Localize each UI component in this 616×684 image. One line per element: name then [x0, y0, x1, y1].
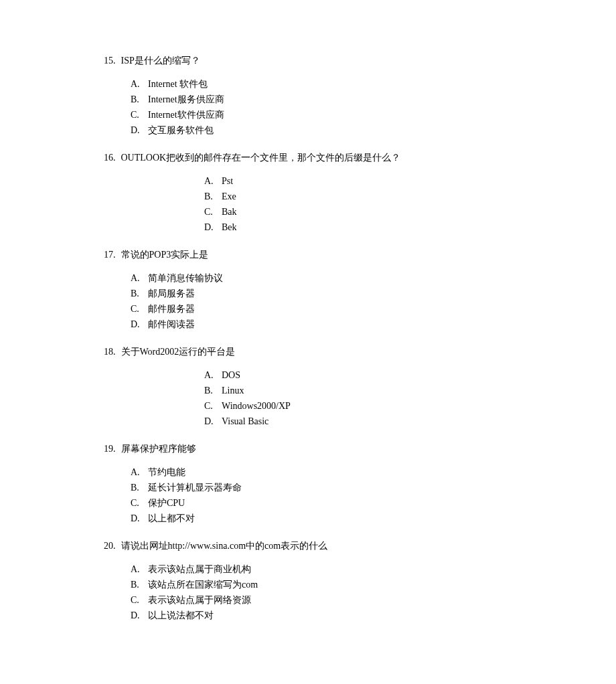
option-label: B.: [131, 286, 148, 301]
option-row: D.交互服务软件包: [131, 123, 512, 137]
option-row: D.邮件阅读器: [131, 317, 512, 331]
option-row: B.Internet服务供应商: [131, 92, 512, 106]
question-number: 15.: [104, 56, 116, 66]
option-text: 简单消息传输协议: [148, 271, 512, 285]
option-text: 表示该站点属于商业机构: [148, 562, 512, 576]
question-text: 16.OUTLOOK把收到的邮件存在一个文件里，那个文件的后缀是什么？: [104, 151, 512, 165]
option-text: Internet 软件包: [148, 77, 512, 91]
option-label: D.: [204, 220, 222, 234]
options-list: A.DOSB.LinuxC.Windows2000/XPD.Visual Bas…: [104, 368, 512, 428]
option-text: 以上都不对: [148, 511, 512, 525]
option-label: B.: [204, 383, 222, 398]
question-number: 16.: [104, 153, 116, 163]
option-row: D.以上都不对: [131, 511, 512, 525]
question-text: 20.请说出网址http://www.sina.com中的com表示的什么: [104, 539, 512, 553]
question-number: 19.: [104, 444, 116, 454]
question-body: 屏幕保护程序能够: [121, 444, 196, 454]
question-text: 19.屏幕保护程序能够: [104, 442, 512, 456]
questions-container: 15.ISP是什么的缩写？A.Internet 软件包B.Internet服务供…: [104, 54, 512, 622]
question-text: 18.关于Word2002运行的平台是: [104, 345, 512, 359]
options-list: A.简单消息传输协议B.邮局服务器C.邮件服务器D.邮件阅读器: [104, 271, 512, 331]
option-label: A.: [204, 174, 222, 188]
option-text: Bek: [222, 220, 512, 234]
option-text: Pst: [222, 174, 512, 188]
option-text: 邮局服务器: [148, 286, 512, 301]
question-text: 15.ISP是什么的缩写？: [104, 54, 512, 68]
question-body: 请说出网址http://www.sina.com中的com表示的什么: [121, 541, 328, 551]
option-text: 该站点所在国家缩写为com: [148, 578, 512, 592]
option-label: C.: [131, 496, 148, 510]
question: 19.屏幕保护程序能够A.节约电能B.延长计算机显示器寿命C.保护CPUD.以上…: [104, 442, 512, 525]
option-row: C.保护CPU: [131, 496, 512, 510]
option-row: A.Internet 软件包: [131, 77, 512, 91]
option-label: B.: [131, 92, 148, 106]
option-row: C.Windows2000/XP: [204, 399, 512, 413]
option-label: C.: [131, 108, 148, 122]
option-row: C.表示该站点属于网络资源: [131, 593, 512, 607]
options-list: A.PstB.ExeC.BakD.Bek: [104, 174, 512, 234]
option-text: 保护CPU: [148, 496, 512, 510]
option-row: C.Bak: [204, 205, 512, 219]
option-text: Internet服务供应商: [148, 92, 512, 106]
option-text: Internet软件供应商: [148, 108, 512, 122]
option-row: B.延长计算机显示器寿命: [131, 481, 512, 495]
option-label: D.: [131, 123, 148, 137]
options-list: A.节约电能B.延长计算机显示器寿命C.保护CPUD.以上都不对: [104, 465, 512, 525]
option-label: A.: [204, 368, 222, 382]
option-text: DOS: [222, 368, 512, 382]
option-text: 节约电能: [148, 465, 512, 479]
option-label: B.: [131, 481, 148, 495]
option-label: C.: [131, 302, 148, 316]
option-label: C.: [204, 399, 222, 413]
option-label: A.: [131, 562, 148, 576]
option-text: Linux: [222, 383, 512, 398]
option-text: 以上说法都不对: [148, 608, 512, 622]
option-row: B.该站点所在国家缩写为com: [131, 578, 512, 592]
option-row: A.简单消息传输协议: [131, 271, 512, 285]
option-row: D.Visual Basic: [204, 414, 512, 428]
option-text: Windows2000/XP: [222, 399, 512, 413]
option-label: D.: [131, 511, 148, 525]
option-row: A.Pst: [204, 174, 512, 188]
options-list: A.表示该站点属于商业机构B.该站点所在国家缩写为comC.表示该站点属于网络资…: [104, 562, 512, 622]
question: 17.常说的POP3实际上是A.简单消息传输协议B.邮局服务器C.邮件服务器D.…: [104, 248, 512, 331]
option-label: D.: [131, 317, 148, 331]
option-row: D.以上说法都不对: [131, 608, 512, 622]
question-number: 17.: [104, 250, 116, 260]
question-body: ISP是什么的缩写？: [121, 56, 200, 66]
option-row: C.Internet软件供应商: [131, 108, 512, 122]
question-text: 17.常说的POP3实际上是: [104, 248, 512, 262]
option-text: Visual Basic: [222, 414, 512, 428]
option-text: 交互服务软件包: [148, 123, 512, 137]
question: 15.ISP是什么的缩写？A.Internet 软件包B.Internet服务供…: [104, 54, 512, 137]
option-row: B.邮局服务器: [131, 286, 512, 301]
option-text: 邮件阅读器: [148, 317, 512, 331]
option-text: 表示该站点属于网络资源: [148, 593, 512, 607]
question-body: 常说的POP3实际上是: [121, 250, 209, 260]
option-label: A.: [131, 465, 148, 479]
options-list: A.Internet 软件包B.Internet服务供应商C.Internet软…: [104, 77, 512, 137]
question-body: OUTLOOK把收到的邮件存在一个文件里，那个文件的后缀是什么？: [121, 153, 401, 163]
question: 20.请说出网址http://www.sina.com中的com表示的什么A.表…: [104, 539, 512, 622]
option-row: D.Bek: [204, 220, 512, 234]
question: 16.OUTLOOK把收到的邮件存在一个文件里，那个文件的后缀是什么？A.Pst…: [104, 151, 512, 234]
option-label: D.: [131, 608, 148, 622]
option-row: A.表示该站点属于商业机构: [131, 562, 512, 576]
option-text: Exe: [222, 189, 512, 203]
option-text: 邮件服务器: [148, 302, 512, 316]
question-number: 20.: [104, 541, 116, 551]
option-label: A.: [131, 271, 148, 285]
option-row: A.DOS: [204, 368, 512, 382]
option-label: C.: [131, 593, 148, 607]
option-label: B.: [131, 578, 148, 592]
question-number: 18.: [104, 347, 116, 357]
option-label: C.: [204, 205, 222, 219]
option-label: A.: [131, 77, 148, 91]
option-text: Bak: [222, 205, 512, 219]
option-row: B.Exe: [204, 189, 512, 203]
question-body: 关于Word2002运行的平台是: [121, 347, 236, 357]
option-text: 延长计算机显示器寿命: [148, 481, 512, 495]
option-label: B.: [204, 189, 222, 203]
option-label: D.: [204, 414, 222, 428]
option-row: C.邮件服务器: [131, 302, 512, 316]
